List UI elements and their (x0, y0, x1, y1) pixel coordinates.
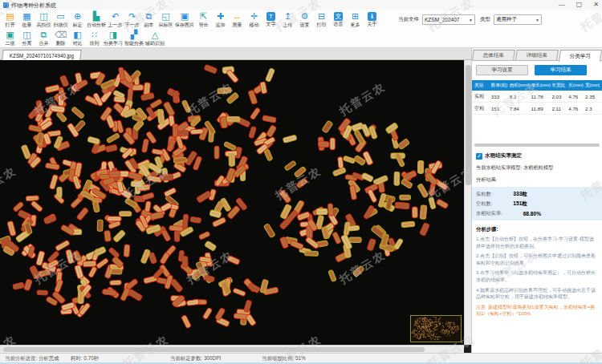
table-scrollbar[interactable] (474, 144, 600, 147)
horizontal-scrollbar-thumb[interactable] (3, 347, 425, 352)
toolbar-button-label: 辅助识别 (145, 40, 165, 47)
panel-tab-classify-learning[interactable]: 分类学习 (559, 50, 602, 62)
app-window: 作物考种分析系统 — ▢ ✕ ▤打开▦批量◫高拍仪▭扫描仪⊕标定▙自动分析↶上一… (0, 0, 602, 364)
panel-tab-overall-result[interactable]: 总体结果 (472, 50, 515, 60)
toolbar-button-settings[interactable]: ⚙设置 (296, 11, 313, 28)
document-tab[interactable]: KZSM_20240710174940.jpg (2, 50, 82, 60)
app-title: 作物考种分析系统 (11, 2, 56, 10)
analysis-step: 3.在学习结果中（勾选水稻结实率测定），可自动分析出水稻的结实率。 (476, 269, 597, 283)
toolbar-button-batch[interactable]: ▦批量 (18, 11, 35, 28)
export-icon: ⇱ (200, 11, 207, 22)
toolbar-button-about[interactable]: ℹ关于 (364, 11, 380, 28)
table-cell: 151 (491, 106, 510, 111)
table-header-row: 类别数量(粒)面积(mm²)周长(mm)长宽比长(mm)宽(mm) (472, 80, 602, 91)
title-bar: 作物考种分析系统 (0, 0, 602, 10)
toolbar-button-previous-step[interactable]: ↶上一步 (107, 11, 124, 28)
status-calibration-param: 当前标定参数: 300DPI (170, 355, 221, 362)
toolbar-button-export[interactable]: ⇱导出 (195, 11, 212, 28)
toolbar-button-more[interactable]: ⊞更多 (347, 11, 364, 28)
toolbar-button-classify-learning[interactable]: ◨分类学习 (103, 30, 124, 47)
current-file-select[interactable]: KZSM_202407 ▼ (422, 14, 475, 25)
toolbar-button-label: 打印 (317, 22, 327, 28)
toolbar-row-1: ▤打开▦批量◫高拍仪▭扫描仪⊕标定▙自动分析↶上一步↷下一步⧉副本◱目标区▣保存… (2, 11, 380, 28)
toolbar-button-next-step[interactable]: ↷下一步 (124, 11, 140, 28)
horizontal-scrollbar[interactable] (0, 345, 464, 353)
learning-settings-button[interactable]: 学习设置 (476, 65, 528, 75)
move-icon: ✛ (250, 11, 258, 22)
toolbar-button-label: 下一步 (125, 22, 140, 28)
vertical-scrollbar[interactable] (464, 60, 471, 345)
panel-tab-detail-result[interactable]: 详细结果 (515, 50, 559, 60)
checkbox-label: 水稻结实率测定 (485, 152, 522, 160)
toolbar-button-target-area[interactable]: ◱目标区 (157, 11, 174, 28)
result-label: 实粒数: (476, 191, 492, 198)
save-image-icon: ▣ (181, 11, 189, 22)
toolbar-button-label: 保存图片 (175, 22, 194, 28)
minimize-button[interactable]: — (559, 1, 565, 9)
toolbar-button-label: 测量 (233, 22, 242, 28)
image-viewport[interactable] (0, 60, 464, 345)
text-icon: T (266, 12, 275, 21)
toolbar-button-delete[interactable]: ⌫删除 (52, 30, 69, 47)
chevron-down-icon: ▼ (535, 18, 539, 22)
toolbar-button-label: 扫描仪 (54, 22, 68, 28)
toolbar-button-compare[interactable]: ◧对比 (69, 30, 86, 47)
toolbar-button-label: 副本 (144, 22, 154, 28)
table-cell: 11.78 (531, 94, 552, 99)
panel-tabs: 总体结果详细结果分类学习 (472, 48, 602, 61)
duplicate-icon: ⧉ (146, 11, 153, 22)
toolbar-button-assist-recognition[interactable]: △辅助识别 (144, 30, 165, 47)
minimap[interactable] (410, 315, 462, 342)
analysis-steps: 1.点击【自动分析】按钮，在分类学习-学习设置-模型选择中选择待分析的水稻类别。… (476, 236, 597, 301)
table-row[interactable]: 实粒3338.111.782.034.762.35 (472, 91, 602, 103)
toolbar-button-binary[interactable]: ▣二值 (2, 30, 18, 47)
toolbar-button-text[interactable]: T文字 (262, 11, 279, 28)
maximize-button[interactable]: ▢ (576, 1, 583, 9)
toolbar-button-print[interactable]: ⊟打印 (313, 11, 330, 28)
table-cell: 4.76 (568, 106, 585, 111)
learning-result-button[interactable]: 学习结果 (535, 65, 587, 75)
toolbar-button-move[interactable]: ✛移动 (246, 11, 262, 28)
toolbar-button-save-image[interactable]: ▣保存图片 (174, 11, 195, 28)
table-row[interactable]: 空粒1517.8411.892.114.762.3 (472, 103, 602, 115)
toolbar-button-upload[interactable]: ↥上传 (279, 11, 296, 28)
vertical-scrollbar-thumb[interactable] (466, 65, 471, 185)
toolbar-button-label: 二值 (6, 40, 15, 47)
toolbar-button-measure[interactable]: ↔测量 (229, 11, 246, 28)
table-header-cell: 类别 (474, 83, 491, 89)
model-note: 注意: 新建模型时请将类别1设置为实粒，水稻结实率=类别1/（实粒+空粒）*10… (476, 304, 597, 317)
toolbar-button-smart-classify[interactable]: ▞智能分类 (124, 30, 144, 47)
toolbar-button-append[interactable]: ✚追加 (212, 11, 229, 28)
table-header-cell: 长宽比 (551, 83, 568, 89)
toolbar-button-label: 高拍仪 (37, 22, 51, 28)
learning-buttons: 学习设置学习结果 (472, 61, 602, 79)
toolbar-button-merge[interactable]: ⧉合并 (35, 30, 52, 47)
toolbar-button-doc-camera[interactable]: ◫高拍仪 (35, 11, 52, 28)
next-step-icon: ↷ (128, 11, 136, 22)
toolbar-button-label: 目标区 (159, 22, 173, 28)
rice-setting-rate-checkbox[interactable]: ✓ 水稻结实率测定 (476, 152, 602, 160)
close-button[interactable]: ✕ (593, 1, 599, 9)
toolbar-button-label: 删除 (56, 40, 66, 47)
toolbar-button-calibration[interactable]: ⊕标定 (69, 11, 86, 28)
file-controls: 当前文件 KZSM_202407 ▼ 类型 通用种子 ▼ (398, 14, 547, 25)
toolbar-button-open[interactable]: ▤打开 (2, 11, 18, 28)
toolbar-button-label: 更多 (351, 22, 360, 28)
toolbar-button-label: 分离 (22, 40, 32, 47)
seed-type-select[interactable]: 通用种子 ▼ (494, 14, 542, 25)
open-icon: ▤ (6, 11, 14, 22)
toolbar-button-voice[interactable]: 文语音 (330, 11, 347, 28)
toolbar-row-2: ▣二值◫分离⧉合并⌫删除◧对比∷排列◨分类学习▞智能分类△辅助识别 (2, 30, 165, 47)
toolbar-button-separate[interactable]: ◫分离 (18, 30, 35, 47)
analysis-steps-label: 分析步骤: (476, 226, 602, 233)
table-cell: 空粒 (474, 105, 491, 112)
toolbar-button-duplicate[interactable]: ⧉副本 (140, 11, 157, 28)
print-icon: ⊟ (318, 11, 325, 22)
toolbar-button-scanner[interactable]: ▭扫描仪 (52, 11, 69, 28)
analysis-image[interactable] (0, 60, 464, 345)
app-icon (3, 2, 9, 8)
about-icon: ℹ (368, 12, 376, 21)
toolbar-button-auto-analysis[interactable]: ▙自动分析 (86, 11, 107, 28)
status-elapsed-time: 耗时: 0.70秒 (71, 355, 99, 362)
toolbar-button-arrange[interactable]: ∷排列 (86, 30, 103, 47)
